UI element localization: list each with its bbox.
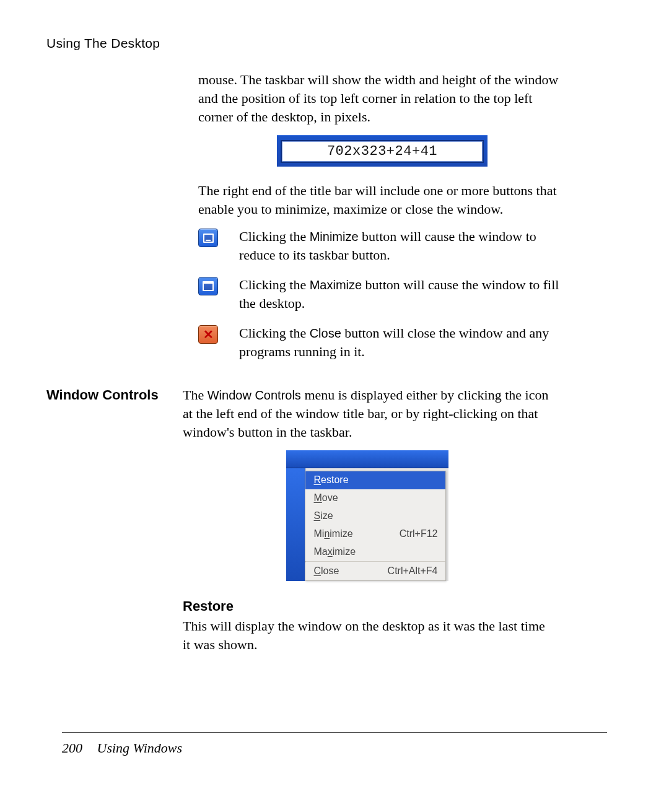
menu-item-maximize-mnemonic: x bbox=[328, 546, 333, 557]
section-body: The Window Controls menu is displayed ei… bbox=[183, 386, 551, 663]
minimize-icon bbox=[198, 229, 218, 247]
menu-titlebar bbox=[286, 450, 448, 468]
row-maximize: Clicking the Maximize button will cause … bbox=[198, 276, 566, 313]
menu-item-minimize-post: imize bbox=[330, 528, 352, 539]
menu-item-move-post: ove bbox=[322, 492, 338, 503]
maximize-description: Clicking the Maximize button will cause … bbox=[239, 276, 566, 313]
row-minimize: Clicking the Minimize button will cause … bbox=[198, 227, 566, 264]
taskbar-outer: 702x323+24+41 bbox=[277, 135, 488, 167]
menu-item-move[interactable]: Move bbox=[305, 489, 445, 507]
menu-client: Restore Move Size bbox=[305, 468, 448, 581]
menu-item-maximize-post: imize bbox=[333, 546, 356, 557]
section-heading: Window Controls bbox=[46, 386, 183, 403]
running-header: Using The Desktop bbox=[46, 36, 607, 51]
close-icon: ✕ bbox=[198, 325, 218, 344]
section-para-pre: The bbox=[183, 387, 208, 403]
menu-item-size-mnemonic: S bbox=[314, 510, 321, 521]
menu-item-minimize-accel: Ctrl+F12 bbox=[400, 528, 438, 540]
menu-item-close[interactable]: Close Ctrl+Alt+F4 bbox=[305, 562, 445, 580]
close-kw: Close bbox=[310, 326, 341, 340]
close-pre: Clicking the bbox=[239, 325, 310, 341]
minimize-pre: Clicking the bbox=[239, 229, 310, 244]
menu-item-restore-mnemonic: R bbox=[314, 474, 321, 485]
menu-item-move-mnemonic: M bbox=[314, 492, 322, 503]
footer-rule bbox=[62, 732, 607, 733]
section-para-kw: Window Controls bbox=[208, 388, 301, 402]
section-paragraph: The Window Controls menu is displayed ei… bbox=[183, 386, 551, 442]
section-window-controls: Window Controls The Window Controls menu… bbox=[62, 386, 607, 663]
figure-window-controls-menu: Restore Move Size bbox=[286, 450, 448, 581]
maximize-pre: Clicking the bbox=[239, 277, 310, 292]
footer-section: Using Windows bbox=[97, 740, 183, 756]
menu-item-close-mnemonic: C bbox=[314, 565, 321, 576]
menu-item-size[interactable]: Size bbox=[305, 507, 445, 525]
close-description: Clicking the Close button will close the… bbox=[239, 324, 566, 361]
figure-taskbar-coords: 702x323+24+41 bbox=[277, 135, 488, 167]
menu-item-minimize-mnemonic: n bbox=[324, 528, 330, 539]
menu-item-maximize[interactable]: Maximize bbox=[305, 543, 445, 561]
restore-body: This will display the window on the desk… bbox=[183, 617, 551, 654]
restore-heading: Restore bbox=[183, 598, 551, 614]
body-column: mouse. The taskbar will show the width a… bbox=[198, 71, 566, 361]
menu-item-minimize-pre: Mi bbox=[314, 528, 325, 539]
menu-item-maximize-pre: Ma bbox=[314, 546, 328, 557]
menu-item-close-accel: Ctrl+Alt+F4 bbox=[388, 565, 438, 577]
intro-paragraph-1: mouse. The taskbar will show the width a… bbox=[198, 71, 566, 126]
page: Using The Desktop mouse. The taskbar wil… bbox=[0, 0, 669, 812]
maximize-icon bbox=[198, 277, 218, 295]
menu-panel: Restore Move Size bbox=[305, 471, 446, 581]
taskbar-coords-text: 702x323+24+41 bbox=[327, 144, 437, 159]
menu-item-minimize[interactable]: Minimize Ctrl+F12 bbox=[305, 525, 445, 543]
minimize-description: Clicking the Minimize button will cause … bbox=[239, 227, 566, 264]
menu-item-restore[interactable]: Restore bbox=[305, 471, 445, 489]
minimize-kw: Minimize bbox=[310, 230, 359, 243]
footer: 200 Using Windows bbox=[62, 740, 182, 756]
taskbar-inner: 702x323+24+41 bbox=[281, 140, 484, 163]
menu-item-size-post: ize bbox=[320, 510, 333, 521]
menu-top: Restore Move Size bbox=[286, 468, 448, 581]
row-close: ✕ Clicking the Close button will close t… bbox=[198, 324, 566, 361]
menu-item-close-post: lose bbox=[321, 565, 339, 576]
menu-sidebar bbox=[286, 468, 305, 581]
maximize-kw: Maximize bbox=[310, 278, 362, 292]
page-number: 200 bbox=[62, 740, 82, 756]
intro-paragraph-2: The right end of the title bar will incl… bbox=[198, 181, 566, 219]
menu-item-restore-post: estore bbox=[321, 474, 348, 485]
